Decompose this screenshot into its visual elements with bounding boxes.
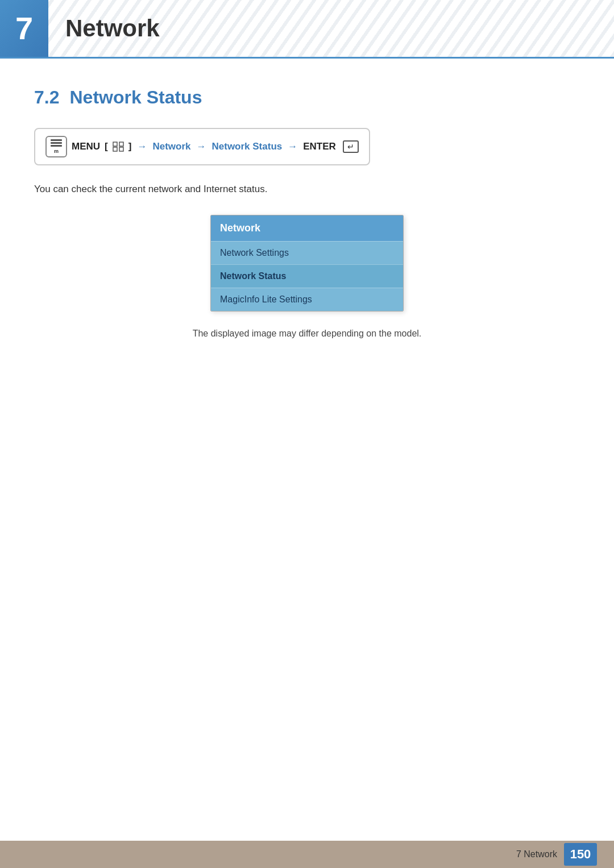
nav-bracket-close: ] bbox=[128, 141, 132, 152]
svg-rect-2 bbox=[113, 147, 117, 151]
nav-menu-label: MENU bbox=[72, 141, 100, 152]
caption-text: The displayed image may differ depending… bbox=[34, 329, 580, 339]
nav-enter-label: ENTER bbox=[303, 141, 336, 152]
menu-item-label-2: Network Status bbox=[220, 271, 286, 281]
nav-arrow-3: → bbox=[288, 141, 297, 152]
menu-bar-2 bbox=[51, 142, 62, 144]
menu-bar-1 bbox=[51, 139, 62, 141]
header-bar: 7 Network bbox=[0, 0, 614, 57]
menu-item-label-1: Network Settings bbox=[220, 248, 289, 258]
enter-icon: ↵ bbox=[343, 140, 359, 153]
menu-screenshot: Network Network Settings Network Status … bbox=[210, 215, 404, 312]
menu-item-magicinfo-lite[interactable]: MagicInfo Lite Settings bbox=[211, 288, 403, 311]
nav-arrow-1: → bbox=[137, 141, 147, 152]
chapter-number: 7 bbox=[15, 13, 33, 44]
enter-symbol: ↵ bbox=[347, 142, 354, 151]
chapter-title: Network bbox=[65, 15, 160, 42]
grid-icon bbox=[113, 142, 124, 152]
svg-rect-1 bbox=[119, 142, 123, 146]
footer-page-number: 150 bbox=[564, 843, 597, 866]
menu-header-title: Network bbox=[220, 222, 260, 234]
section-number: 7.2 bbox=[34, 87, 59, 108]
nav-bracket-open: [ bbox=[105, 141, 108, 152]
section-heading: 7.2 Network Status bbox=[34, 87, 580, 108]
main-content: 7.2 Network Status m MENU [ ] → Network … bbox=[0, 59, 614, 396]
nav-path: m MENU [ ] → Network → Network Status → … bbox=[34, 128, 370, 165]
nav-step1: Network bbox=[152, 141, 190, 152]
footer: 7 Network 150 bbox=[0, 841, 614, 868]
menu-header: Network bbox=[211, 215, 403, 241]
svg-rect-0 bbox=[113, 142, 117, 146]
section-title: Network Status bbox=[69, 87, 202, 108]
nav-arrow-2: → bbox=[196, 141, 206, 152]
menu-item-label-3: MagicInfo Lite Settings bbox=[220, 294, 312, 304]
menu-icon: m bbox=[45, 136, 67, 157]
svg-rect-3 bbox=[119, 147, 123, 151]
menu-item-network-settings[interactable]: Network Settings bbox=[211, 241, 403, 264]
menu-icon-letter: m bbox=[54, 148, 59, 154]
menu-item-network-status[interactable]: Network Status bbox=[211, 264, 403, 288]
footer-chapter-text: 7 Network bbox=[516, 849, 557, 859]
description-text: You can check the current network and In… bbox=[34, 181, 580, 197]
menu-icon-inner: m bbox=[51, 139, 62, 154]
chapter-number-box: 7 bbox=[0, 0, 48, 57]
nav-step2: Network Status bbox=[211, 141, 282, 152]
menu-bar-3 bbox=[51, 145, 62, 147]
